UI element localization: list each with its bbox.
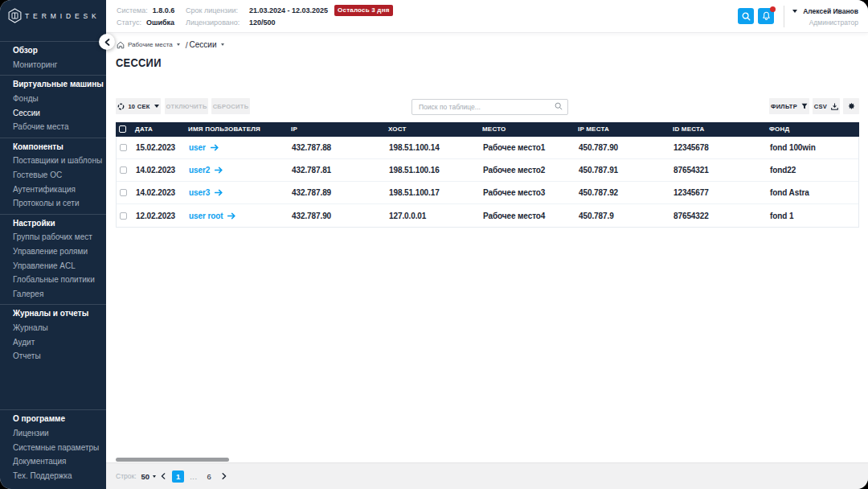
row-checkbox[interactable] [120, 212, 127, 220]
csv-export-button[interactable]: CSV [813, 98, 840, 114]
breadcrumb: Рабочие места / Сессии [117, 39, 224, 50]
column-header[interactable]: ДАТА [135, 125, 188, 133]
breadcrumb-current-caret-icon[interactable] [221, 43, 224, 46]
sidebar-item[interactable]: Сессии [0, 105, 106, 120]
rows-per-page-value[interactable]: 50 [141, 472, 150, 481]
sessions-table: ДАТАИМЯ ПОЛЬЗОВАТЕЛЯIPХОСТМЕСТОIP МЕСТАI… [116, 122, 859, 228]
nav-section-header[interactable]: Виртуальные машины [0, 77, 106, 92]
horizontal-scrollbar-thumb[interactable] [116, 458, 229, 462]
current-page-button[interactable]: 1 [172, 471, 184, 483]
column-header[interactable]: ИМЯ ПОЛЬЗОВАТЕЛЯ [188, 125, 291, 133]
table-header: ДАТАИМЯ ПОЛЬЗОВАТЕЛЯIPХОСТМЕСТОIP МЕСТАI… [116, 122, 859, 137]
row-checkbox[interactable] [120, 144, 127, 151]
global-search-button[interactable] [738, 8, 754, 24]
cell-place: Рабочее место4 [483, 212, 579, 220]
nav-section-header[interactable]: Обзор [0, 43, 106, 58]
previous-page-button[interactable] [158, 471, 169, 482]
breadcrumb-root-caret-icon[interactable] [177, 43, 180, 46]
cell-user-link[interactable]: user root [189, 212, 292, 220]
nav-section-header[interactable]: О программе [0, 412, 106, 426]
cell-user-link[interactable]: user [189, 143, 292, 152]
notifications-button[interactable] [758, 8, 774, 24]
breadcrumb-current[interactable]: Сессии [190, 40, 217, 49]
user-role: Администратор [792, 18, 858, 27]
sidebar-item[interactable]: Журналы [0, 321, 106, 335]
column-header[interactable]: IP МЕСТА [578, 125, 673, 133]
sidebar-item[interactable]: Аутентификация [0, 182, 106, 196]
cell-fond: fond22 [770, 166, 858, 175]
breadcrumb-separator: / [186, 40, 188, 50]
sidebar-item[interactable]: Управление ролями [0, 244, 106, 259]
filter-button[interactable]: ФИЛЬТР [769, 98, 809, 114]
search-icon [742, 12, 751, 21]
toolbar-right: ФИЛЬТР CSV [769, 98, 859, 114]
cell-user-link[interactable]: user2 [189, 166, 292, 175]
chevron-left-icon [104, 39, 110, 46]
home-icon[interactable] [117, 41, 125, 49]
sidebar-item[interactable]: Глобальные политики [0, 273, 106, 287]
sidebar-item[interactable]: Аудит [0, 335, 106, 349]
column-header[interactable]: ID МЕСТА [673, 125, 769, 133]
sidebar-item[interactable]: Группы рабочих мест [0, 230, 106, 244]
user-menu-caret-icon [792, 10, 797, 13]
licensed-label: Лицензировано: [186, 18, 249, 27]
page-title: СЕССИИ [116, 56, 162, 69]
status-label: Статус: [117, 18, 141, 27]
cell-place: Рабочее место1 [483, 143, 579, 152]
user-menu[interactable]: Алексей Иванов Администратор [792, 6, 858, 27]
next-page-button[interactable] [219, 471, 230, 482]
cell-place: Рабочее место2 [483, 166, 579, 175]
sidebar-item[interactable]: Протоколы и сети [0, 196, 106, 211]
cell-date: 14.02.2023 [136, 166, 189, 175]
cell-user-link[interactable]: user3 [189, 188, 292, 197]
select-all-checkbox[interactable] [119, 125, 126, 133]
column-header[interactable]: МЕСТО [482, 125, 578, 133]
nav-section-header[interactable]: Компоненты [0, 140, 106, 154]
sidebar-item[interactable]: Системные параметры [0, 440, 106, 454]
sidebar-item[interactable]: Рабочие места [0, 120, 106, 134]
sidebar-collapse-button[interactable] [99, 34, 115, 50]
row-checkbox[interactable] [120, 189, 127, 196]
page-button[interactable]: 6 [203, 471, 215, 483]
table-settings-button[interactable] [843, 98, 859, 114]
cell-fond: fond 1 [770, 212, 858, 220]
breadcrumb-root[interactable]: Рабочие места [128, 41, 173, 48]
arrow-right-icon [215, 166, 223, 174]
cell-ip: 432.787.81 [292, 166, 389, 175]
sidebar-item[interactable]: Поставщики и шаблоны [0, 154, 106, 168]
row-checkbox[interactable] [120, 166, 127, 174]
sidebar-item[interactable]: Отчеты [0, 349, 106, 364]
sidebar-item[interactable]: Документация [0, 454, 106, 469]
column-header[interactable]: ФОНД [769, 125, 859, 133]
rows-per-page-caret-icon[interactable] [153, 475, 156, 478]
sidebar-item[interactable]: Гостевые ОС [0, 168, 106, 183]
nav-section: КомпонентыПоставщики и шаблоныГостевые О… [0, 138, 106, 214]
sidebar-item[interactable]: Лицензии [0, 426, 106, 441]
table-row: 14.02.2023user2432.787.81198.51.100.16Ра… [117, 159, 858, 182]
sidebar-item[interactable]: Управление ACL [0, 258, 106, 273]
column-header[interactable]: ХОСТ [388, 125, 482, 133]
sidebar: TERMIDESK ОбзорМониторингВиртуальные маш… [0, 0, 106, 489]
refresh-interval-button[interactable]: 10 СЕК [116, 98, 161, 114]
disconnect-button[interactable]: ОТКЛЮЧИТЬ [165, 98, 208, 114]
cell-ip: 432.787.88 [292, 143, 389, 152]
table-search-input[interactable] [411, 99, 568, 115]
sidebar-item[interactable]: Мониторинг [0, 58, 106, 72]
nav-section: О программеЛицензииСистемные параметрыДо… [0, 409, 106, 489]
brand-name: TERMIDESK [25, 12, 100, 20]
nav-section-header[interactable]: Настройки [0, 216, 106, 231]
arrow-right-icon [211, 144, 219, 151]
pagination: 1...6 [158, 471, 229, 483]
sidebar-item[interactable]: Галерея [0, 287, 106, 302]
cell-place-id: 12345678 [674, 143, 770, 152]
gear-icon [847, 102, 856, 111]
nav-section: Виртуальные машиныФондыСессииРабочие мес… [0, 75, 106, 137]
cell-ip: 432.787.89 [292, 188, 389, 197]
sidebar-item[interactable]: Тех. Поддержка [0, 468, 106, 483]
sidebar-item[interactable]: Фонды [0, 92, 106, 106]
nav-section-header[interactable]: Журналы и отчеты [0, 306, 106, 321]
column-header[interactable]: IP [291, 125, 388, 133]
user-name: Алексей Иванов [803, 7, 858, 15]
reset-button[interactable]: СБРОСИТЬ [211, 98, 250, 114]
license-days-left-badge: Осталось 3 дня [334, 5, 392, 16]
